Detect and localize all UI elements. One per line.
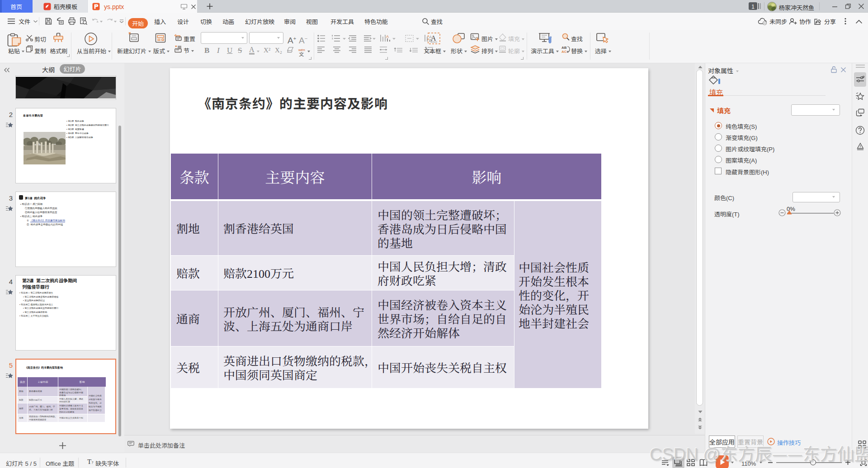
svg-text:AC: AC xyxy=(561,50,567,53)
svg-text:府财政吃紧: 府财政吃紧 xyxy=(59,400,70,403)
svg-text:开始发生根本: 开始发生根本 xyxy=(89,398,102,401)
svg-text:始沦为半殖民: 始沦为半殖民 xyxy=(89,405,102,408)
svg-text:中国社会性质: 中国社会性质 xyxy=(89,394,102,397)
svg-text:的基地: 的基地 xyxy=(59,393,66,397)
svg-text:割地: 割地 xyxy=(19,389,24,393)
svg-text:A: A xyxy=(386,34,389,39)
svg-text:通商: 通商 xyxy=(19,407,24,410)
svg-text:英商进出口货物缴纳的税款，: 英商进出口货物缴纳的税款， xyxy=(29,415,57,418)
svg-text:中国经济被卷入资本主义: 中国经济被卷入资本主义 xyxy=(59,404,83,407)
svg-text:赔款: 赔款 xyxy=(19,398,24,401)
svg-text:赔款2100万元: 赔款2100万元 xyxy=(29,398,42,401)
svg-text:世界市场；自给自足的自: 世界市场；自给自足的自 xyxy=(59,407,83,410)
svg-text:性的变化，开: 性的变化，开 xyxy=(89,401,102,404)
svg-text:AB: AB xyxy=(561,46,567,50)
svg-text:关税: 关税 xyxy=(19,416,24,419)
svg-text:割香港给英国: 割香港给英国 xyxy=(29,389,42,393)
svg-text:中国的领土完整遭破坏；: 中国的领土完整遭破坏； xyxy=(59,388,83,391)
svg-text:A: A xyxy=(431,34,436,42)
svg-text:波、上海五处为通商口岸: 波、上海五处为通商口岸 xyxy=(29,408,53,411)
svg-text:中国须同英国商定: 中国须同英国商定 xyxy=(29,418,47,421)
svg-text:中国开始丧失关税自主权: 中国开始丧失关税自主权 xyxy=(59,416,83,419)
svg-text:地半封建社会: 地半封建社会 xyxy=(89,408,102,412)
svg-text:然经济开始解体: 然经济开始解体 xyxy=(59,410,75,413)
svg-text:开放广州、厦门、福州、宁: 开放广州、厦门、福州、宁 xyxy=(29,405,55,408)
